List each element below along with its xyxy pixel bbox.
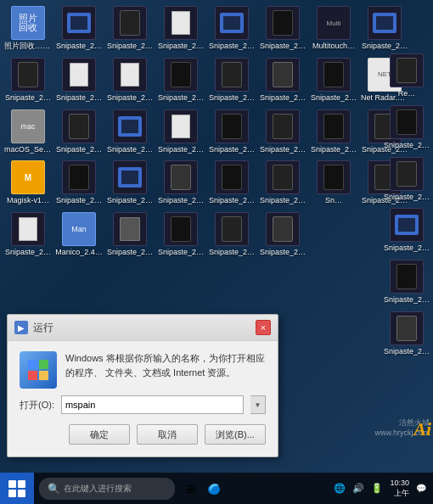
list-item[interactable]: Snipaste_2…: [207, 55, 256, 105]
icon-label: Snipaste_2…: [209, 42, 255, 51]
svg-rect-3: [39, 371, 48, 380]
icon-image: [62, 6, 96, 40]
icon-image: [266, 160, 300, 194]
list-item[interactable]: M Magisk-v1…: [3, 158, 53, 208]
dialog-ok-button[interactable]: 确定: [69, 424, 130, 445]
icon-label: Snipaste_2…: [158, 248, 204, 257]
list-item[interactable]: Snipaste_2…: [54, 55, 104, 105]
list-item[interactable]: Snipaste_2…: [207, 158, 256, 208]
dialog-browse-button[interactable]: 浏览(B)...: [205, 424, 266, 445]
list-item[interactable]: Snipaste_2…: [54, 158, 104, 208]
start-button[interactable]: [0, 473, 34, 504]
volume-icon: 🔊: [352, 483, 364, 494]
list-item[interactable]: Snipaste_2…: [156, 3, 205, 53]
list-item[interactable]: Snipaste_2…: [156, 107, 205, 157]
phone-shape: [171, 62, 191, 87]
dialog-command-input[interactable]: [61, 395, 244, 414]
start-square-1: [8, 480, 16, 488]
list-item[interactable]: Snipaste_2…: [156, 210, 205, 260]
doc-shape: [121, 63, 139, 87]
list-item[interactable]: Snipaste_2…: [258, 55, 307, 105]
icon-image: [390, 105, 424, 139]
doc-shape: [19, 217, 37, 241]
list-item[interactable]: Snipaste_2…: [105, 55, 155, 105]
taskbar-search-container[interactable]: 🔍 在此键入进行搜索: [39, 478, 175, 500]
doc-shape: [70, 63, 88, 87]
list-item[interactable]: Snipaste_2…: [54, 107, 104, 157]
taskbar-task-view[interactable]: ⊞: [180, 478, 202, 500]
list-item[interactable]: Snipaste_2…: [207, 107, 256, 157]
windows-logo-icon: [8, 480, 25, 497]
icon-image: [113, 58, 147, 92]
list-item[interactable]: Snipaste_2…: [382, 205, 431, 255]
list-item[interactable]: Snipaste_2…: [382, 103, 431, 153]
list-item[interactable]: Re…: [382, 51, 431, 101]
list-item[interactable]: Snipaste_2…: [258, 3, 307, 53]
list-item[interactable]: Snipaste_2…: [382, 154, 431, 204]
icon-label: Snipaste_2…: [56, 93, 102, 103]
icon-label: Snipaste_2…: [384, 193, 430, 202]
list-item[interactable]: Snipaste_2…: [309, 55, 358, 105]
icon-label: Snipaste_2…: [384, 347, 430, 356]
list-item[interactable]: Snipaste_2…: [3, 210, 53, 260]
svg-rect-1: [39, 360, 48, 369]
ai-logo: Ai: [413, 418, 431, 440]
icon-image: [266, 109, 300, 143]
taskbar-right: 🌐 🔊 🔋 10:30 上午 💬: [334, 479, 433, 498]
list-item[interactable]: Snipaste_2…: [54, 3, 104, 53]
dialog-dropdown-button[interactable]: ▼: [250, 395, 266, 414]
icon-label: Snipaste_2…: [209, 196, 255, 205]
dialog-close-button[interactable]: ×: [256, 320, 271, 335]
phone-shape: [69, 165, 89, 190]
battery-icon: 🔋: [371, 483, 383, 494]
dialog-title-left: ▶ 运行: [14, 321, 53, 335]
phone-shape: [222, 216, 242, 242]
phone-shape: [222, 114, 242, 139]
icon-label: Snipaste_2…: [158, 196, 204, 205]
list-item[interactable]: Man Manico_2.4…: [54, 210, 104, 260]
notification-icon[interactable]: 💬: [416, 484, 426, 493]
list-item[interactable]: Snipaste_2…: [156, 158, 205, 208]
icon-image: [390, 260, 424, 294]
snipaste-inner: [395, 215, 419, 235]
dialog-cancel-button[interactable]: 取消: [137, 424, 198, 445]
list-item[interactable]: Snipaste_2…: [309, 107, 358, 157]
list-item[interactable]: Snipaste_2…: [360, 3, 409, 53]
icon-image: [368, 6, 402, 40]
phone-shape: [171, 165, 191, 190]
list-item[interactable]: Snipaste_2…: [3, 55, 53, 105]
list-item[interactable]: Snipaste_2…: [258, 107, 307, 157]
list-item[interactable]: Snipaste_2…: [258, 210, 307, 260]
dialog-body: Windows 将根据你所输入的名称，为你打开相应的程序、 文件夹、文档或 In…: [8, 341, 278, 456]
list-item[interactable]: Snipaste_2…: [207, 210, 256, 260]
list-item[interactable]: Snipaste_2…: [105, 210, 155, 260]
icon-label: Snipaste_2…: [260, 42, 306, 51]
list-item[interactable]: Snipaste_2…: [105, 3, 155, 53]
phone-shape: [222, 165, 242, 190]
list-item[interactable]: Snipaste_2…: [105, 158, 155, 208]
list-item[interactable]: Snipaste_2…: [207, 3, 256, 53]
list-item[interactable]: 照片回收 照片回收…程序包: [3, 3, 53, 53]
list-item[interactable]: mac macOS_Ser…: [3, 107, 53, 157]
list-item[interactable]: Sn…: [309, 158, 358, 208]
list-item[interactable]: Multi Multitouch…: [309, 3, 358, 53]
icon-label: Snipaste_2…: [384, 244, 430, 253]
svg-rect-0: [28, 360, 37, 369]
icon-image: [215, 58, 249, 92]
list-item[interactable]: Snipaste_2…: [382, 257, 431, 307]
icon-image: [215, 160, 249, 194]
icon-label: Snipaste_2…: [107, 196, 153, 205]
icon-image: [317, 109, 351, 143]
icon-label: Snipaste_2…: [311, 145, 357, 154]
taskbar-edge-button[interactable]: [202, 477, 226, 501]
phone-shape: [273, 114, 293, 139]
icon-image: [164, 58, 198, 92]
icon-image: [113, 160, 147, 194]
list-item[interactable]: Snipaste_2…: [156, 55, 205, 105]
icon-label: Snipaste_2…: [158, 145, 204, 154]
icon-label: Snipaste_2…: [56, 42, 102, 51]
list-item[interactable]: Snipaste_2…: [382, 309, 431, 359]
list-item[interactable]: Snipaste_2…: [105, 107, 155, 157]
dialog-description: Windows 将根据你所输入的名称，为你打开相应的程序、 文件夹、文档或 In…: [65, 351, 266, 379]
list-item[interactable]: Snipaste_2…: [258, 158, 307, 208]
